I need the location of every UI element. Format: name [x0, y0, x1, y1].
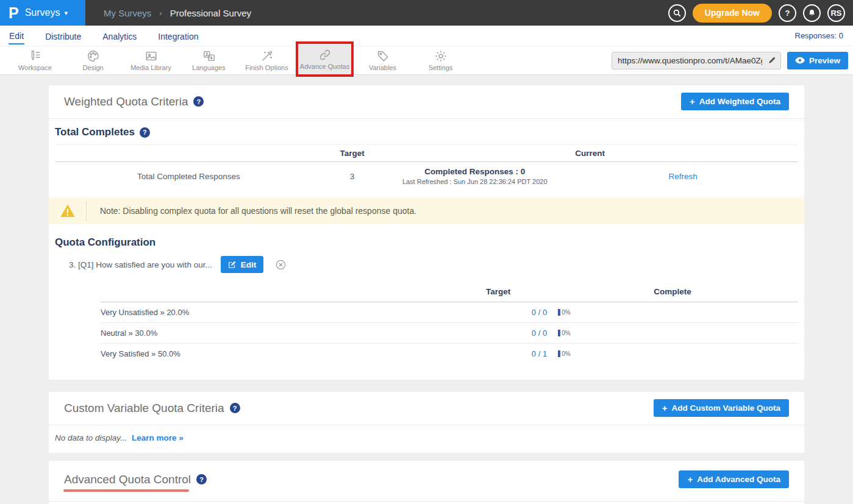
edit-quota-button[interactable]: Edit — [221, 256, 264, 273]
add-advanced-quota-label: Add Advanced Quota — [697, 475, 780, 484]
custom-variable-quota-title: Custom Variable Quota Criteria — [64, 402, 224, 415]
add-custom-variable-quota-button[interactable]: Add Custom Variable Quota — [654, 399, 789, 417]
percent-value: 0% — [562, 350, 570, 357]
app-logo-menu[interactable]: P Surveys — [0, 0, 85, 26]
advanced-quota-title: Advanced Quota Control — [64, 473, 191, 486]
total-completes-section: Total Completes Target Current Total Com… — [49, 119, 804, 194]
workspace-icon — [29, 49, 42, 63]
quota-question-label: 3. [Q1] How satisfied are you with our..… — [69, 260, 212, 269]
plus-icon — [690, 96, 695, 107]
target-value: 3 — [323, 172, 382, 181]
survey-url-input[interactable] — [612, 52, 781, 69]
progress-bar — [558, 309, 560, 316]
tab-distribute[interactable]: Distribute — [45, 28, 82, 44]
add-weighted-quota-button[interactable]: Add Weighted Quota — [681, 93, 789, 110]
weighted-quota-title: Weighted Quota Criteria — [64, 95, 188, 108]
toolbar-item-media-library[interactable]: Media Library — [122, 46, 180, 75]
refresh-link[interactable]: Refresh — [668, 172, 697, 181]
languages-icon — [202, 49, 216, 63]
edit-pencil-icon — [228, 260, 237, 269]
help-circle-icon[interactable]: ? — [779, 4, 796, 22]
completed-responses-count: Completed Responses : 0 — [382, 167, 568, 176]
total-completes-help-icon[interactable] — [140, 127, 150, 138]
product-menu-surveys[interactable]: Surveys — [25, 7, 68, 18]
remove-quota-icon[interactable] — [276, 260, 286, 270]
warning-triangle-icon — [60, 204, 76, 218]
edit-url-pencil-icon[interactable] — [768, 55, 777, 67]
quota-row-label: Very Satisfied » 50.0% — [101, 349, 449, 358]
column-header-target: Target — [449, 287, 547, 296]
current-status: Completed Responses : 0 Last Refreshed :… — [382, 167, 568, 185]
quota-configuration-heading: Quota Configuration — [55, 236, 155, 249]
toolbar-item-design[interactable]: Design — [64, 46, 122, 75]
preview-label: Preview — [809, 56, 840, 65]
preview-button[interactable]: Preview — [787, 52, 848, 69]
toolbar-item-label: Finish Options — [245, 64, 288, 71]
tab-analytics[interactable]: Analytics — [102, 28, 137, 44]
add-custom-variable-quota-label: Add Custom Variable Quota — [671, 403, 780, 413]
toolbar-item-label: Settings — [429, 64, 453, 71]
total-completes-heading: Total Completes — [55, 126, 135, 138]
learn-more-link[interactable]: Learn more » — [132, 433, 184, 442]
toolbar-item-languages[interactable]: Languages — [180, 46, 238, 75]
breadcrumb: My Surveys › Professional Survey — [104, 8, 251, 18]
custom-variable-quota-help-icon[interactable] — [230, 403, 240, 413]
survey-url-zone: Preview — [612, 52, 853, 69]
progress-bar — [558, 330, 560, 336]
toolbar-item-label: Workspace — [18, 64, 52, 71]
warning-note: Note: Disabling complex quota for all qu… — [49, 197, 804, 224]
total-completed-responses-label: Total Completed Responses — [55, 172, 323, 181]
toolbar-item-workspace[interactable]: Workspace — [6, 46, 64, 75]
main-nav: Edit Distribute Analytics Integration Re… — [0, 26, 853, 46]
toolbar-item-label: Variables — [369, 64, 396, 71]
toolbar-item-variables[interactable]: Variables — [354, 46, 412, 75]
quota-row-label: Very Unsatisfied » 20.0% — [101, 308, 449, 317]
weighted-quota-help-icon[interactable] — [193, 96, 204, 107]
eye-icon — [795, 57, 805, 64]
tab-edit[interactable]: Edit — [9, 27, 24, 44]
variables-tag-icon — [376, 49, 390, 63]
product-menu-label: Surveys — [25, 7, 60, 18]
tab-integration[interactable]: Integration — [157, 28, 199, 44]
column-header-complete: Complete — [547, 287, 798, 296]
upgrade-now-button[interactable]: Upgrade Now — [693, 4, 772, 23]
advanced-quota-card: Advanced Quota Control Add Advanced Quot… — [49, 461, 804, 504]
quota-configuration-section: Quota Configuration 3. [Q1] How satisfie… — [49, 224, 804, 380]
search-icon[interactable] — [668, 4, 686, 22]
total-completes-table: Target Current Total Completed Responses… — [55, 144, 798, 194]
breadcrumb-separator: › — [159, 9, 162, 18]
breadcrumb-my-surveys[interactable]: My Surveys — [104, 8, 151, 18]
percent-value: 0% — [562, 330, 570, 336]
add-advanced-quota-button[interactable]: Add Advanced Quota — [679, 470, 789, 488]
responses-count: Responses: 0 — [795, 31, 845, 40]
notifications-bell-icon[interactable] — [803, 4, 821, 22]
toolbar-item-label: Media Library — [130, 64, 171, 71]
media-library-icon — [145, 49, 158, 63]
quota-row-neutral: Neutral » 30.0% 0 / 0 0% — [101, 323, 798, 344]
advanced-quota-help-icon[interactable] — [196, 474, 207, 484]
user-avatar[interactable]: RS — [827, 4, 845, 22]
add-weighted-quota-label: Add Weighted Quota — [699, 97, 780, 106]
settings-gear-icon — [434, 49, 448, 63]
percent-value: 0% — [562, 309, 570, 316]
quota-row-label: Neutral » 30.0% — [101, 328, 449, 338]
custom-variable-quota-card: Custom Variable Quota Criteria Add Custo… — [49, 392, 804, 453]
advance-quotas-link-icon — [318, 48, 332, 62]
table-row: Total Completed Responses 3 Completed Re… — [55, 162, 798, 194]
quota-table: Target Complete Very Unsatisfied » 20.0%… — [101, 282, 798, 364]
toolbar-item-label: Advance Quotas — [300, 63, 349, 70]
quota-row-very-unsatisfied: Very Unsatisfied » 20.0% 0 / 0 0% — [101, 302, 798, 323]
no-data-message: No data to display... — [55, 433, 127, 442]
quota-target-value: 0 / 0 — [449, 308, 547, 317]
finish-options-wand-icon — [260, 49, 274, 63]
column-header-current: Current — [382, 149, 798, 158]
toolbar-item-label: Languages — [192, 64, 225, 71]
toolbar-item-settings[interactable]: Settings — [412, 46, 469, 75]
quota-target-value: 0 / 1 — [449, 349, 547, 358]
toolbar-item-advance-quotas[interactable]: Advance Quotas — [296, 41, 354, 77]
main-content: Weighted Quota Criteria Add Weighted Quo… — [0, 75, 853, 504]
quota-target-value: 0 / 0 — [449, 328, 547, 338]
toolbar-item-finish-options[interactable]: Finish Options — [238, 46, 296, 75]
quota-row-very-satisfied: Very Satisfied » 50.0% 0 / 1 0% — [101, 344, 798, 364]
red-underline-annotation — [63, 489, 189, 492]
